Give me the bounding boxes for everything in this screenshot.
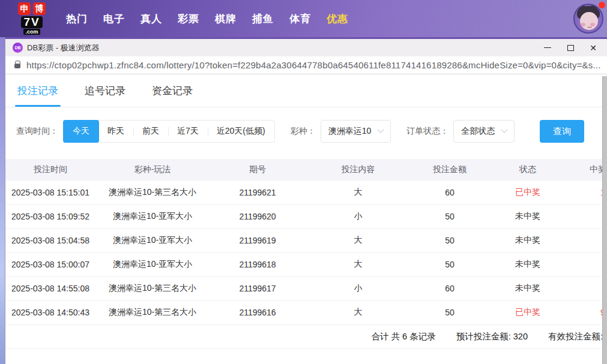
close-icon: ✕ xyxy=(590,44,597,52)
lottery-select-value: 澳洲幸运10 xyxy=(328,126,372,137)
summary-expected-amount: 预计投注金额: 320 xyxy=(456,331,528,342)
cell-bet-time: 2025-03-08 15:15:01 xyxy=(5,181,95,204)
browser-window: DB DB彩票 - 极速浏览器 ✕ https://ctop02pchwp1.z… xyxy=(5,37,607,364)
url-text: https://ctop02pchwp1.zfnc84.com/lottery/… xyxy=(26,60,601,70)
cell-issue-number: 21199621 xyxy=(210,181,306,204)
query-button[interactable]: 查询 xyxy=(540,120,584,143)
filter-bar: 查询时间： 今天昨天前天近7天近20天(低频) 彩种： 澳洲幸运10 订单状态：… xyxy=(16,120,603,143)
cell-game-play: 澳洲幸运10-第三名大小 xyxy=(95,300,210,324)
cell-status: 未中奖 xyxy=(489,276,567,300)
nav-item-8[interactable]: 优惠 xyxy=(327,12,348,26)
nav-item-6[interactable]: 捕鱼 xyxy=(252,12,274,26)
table-header-row: 投注时间彩种-玩法期号投注内容投注金额状态中奖金额 xyxy=(5,159,603,181)
table-row: 2025-03-08 14:50:43澳洲幸运10-第三名大小21199616大… xyxy=(5,300,603,324)
cell-bet-time: 2025-03-08 15:04:58 xyxy=(5,228,95,252)
desktop-background-strip xyxy=(0,37,5,364)
logo-suffix: .com xyxy=(23,29,40,35)
cell-game-play: 澳洲幸运10-第三名大小 xyxy=(95,276,210,300)
cell-game-play: 澳洲幸运10-亚军大小 xyxy=(95,252,210,276)
lottery-filter-label: 彩种： xyxy=(291,126,316,137)
cell-bet-amount: 60 xyxy=(411,181,489,204)
cell-status: 未中奖 xyxy=(489,252,567,276)
minimize-button[interactable] xyxy=(536,39,559,56)
avatar-blush-left xyxy=(581,23,585,26)
record-tabs: 投注记录追号记录资金记录 xyxy=(5,74,603,107)
maximize-button[interactable] xyxy=(559,39,582,56)
cell-bet-amount: 50 xyxy=(411,228,489,252)
page-content: 投注记录追号记录资金记录 查询时间： 今天昨天前天近7天近20天(低频) 彩种：… xyxy=(5,74,603,364)
close-button[interactable]: ✕ xyxy=(582,39,605,56)
time-option-3[interactable]: 前天 xyxy=(133,121,168,142)
nav-item-1[interactable]: 热门 xyxy=(66,12,88,26)
scrollbar[interactable] xyxy=(602,76,607,364)
order-status-select[interactable]: 全部状态 xyxy=(453,120,515,143)
logo-badge-bo: 博 xyxy=(33,2,46,15)
column-header-4: 投注内容 xyxy=(306,159,411,181)
cell-bet-content: 大 xyxy=(306,228,411,252)
cell-bet-amount: 50 xyxy=(411,204,489,228)
window-title: DB彩票 - 极速浏览器 xyxy=(27,43,100,53)
cell-win-amount xyxy=(567,204,603,228)
minimize-icon xyxy=(544,47,551,48)
bet-records-table: 投注时间彩种-玩法期号投注内容投注金额状态中奖金额 2025-03-08 15:… xyxy=(5,159,603,325)
cell-status: 未中奖 xyxy=(489,228,567,252)
lottery-select[interactable]: 澳洲幸运10 xyxy=(321,120,391,143)
status-filter-label: 订单状态： xyxy=(406,126,448,137)
cell-bet-content: 小 xyxy=(306,204,411,228)
summary-total: 合计 共 6 条记录 xyxy=(372,331,436,342)
main-nav: 热门电子真人彩票棋牌捕鱼体育优惠 xyxy=(66,12,364,26)
cell-win-amount xyxy=(567,276,603,300)
site-logo[interactable]: 申 博 7V .com xyxy=(12,2,52,35)
cell-win-amount: 1 xyxy=(567,181,603,204)
cell-bet-time: 2025-03-08 14:50:43 xyxy=(5,300,95,324)
column-header-1: 投注时间 xyxy=(5,159,95,181)
logo-main: 7V xyxy=(21,16,42,28)
cell-game-play: 澳洲幸运10-第三名大小 xyxy=(95,181,210,204)
maximize-icon xyxy=(567,45,574,51)
cell-bet-content: 小 xyxy=(306,276,411,300)
cell-status: 未中奖 xyxy=(489,204,567,228)
logo-badges: 申 博 xyxy=(18,2,46,15)
cell-bet-content: 大 xyxy=(306,300,411,324)
nav-item-3[interactable]: 真人 xyxy=(140,12,162,26)
time-option-1[interactable]: 今天 xyxy=(63,120,99,143)
cell-win-amount: 9 xyxy=(567,300,603,324)
column-header-2: 彩种-玩法 xyxy=(95,159,210,181)
user-avatar[interactable] xyxy=(573,4,603,34)
time-option-2[interactable]: 昨天 xyxy=(98,121,133,142)
cell-issue-number: 21199618 xyxy=(210,252,306,276)
tab-2[interactable]: 追号记录 xyxy=(85,74,125,107)
table-row: 2025-03-08 14:55:08澳洲幸运10-第三名大小21199617小… xyxy=(5,276,603,300)
column-header-3: 期号 xyxy=(210,159,306,181)
tab-1[interactable]: 投注记录 xyxy=(17,74,58,107)
browser-titlebar[interactable]: DB DB彩票 - 极速浏览器 ✕ xyxy=(5,39,607,56)
cell-issue-number: 21199616 xyxy=(210,300,306,324)
chevron-down-icon xyxy=(378,127,384,133)
nav-item-5[interactable]: 棋牌 xyxy=(215,12,237,26)
cell-issue-number: 21199620 xyxy=(210,204,306,228)
site-header: 申 博 7V .com 热门电子真人彩票棋牌捕鱼体育优惠 xyxy=(0,0,607,37)
cell-bet-amount: 60 xyxy=(411,276,489,300)
tab-3[interactable]: 资金记录 xyxy=(152,74,193,107)
cell-issue-number: 21199617 xyxy=(210,276,306,300)
time-option-4[interactable]: 近7天 xyxy=(168,121,208,142)
time-option-5[interactable]: 近20天(低频) xyxy=(208,121,274,142)
avatar-mouth xyxy=(587,25,592,28)
column-header-5: 投注金额 xyxy=(411,159,489,181)
nav-item-4[interactable]: 彩票 xyxy=(178,12,199,26)
cell-bet-content: 大 xyxy=(306,252,411,276)
time-filter-group: 今天昨天前天近7天近20天(低频) xyxy=(63,120,275,143)
column-header-6: 状态 xyxy=(489,159,567,181)
cell-win-amount xyxy=(567,228,603,252)
nav-item-2[interactable]: 电子 xyxy=(103,12,125,26)
table-row: 2025-03-08 15:09:52澳洲幸运10-亚军大小21199620小5… xyxy=(5,204,603,228)
cell-bet-time: 2025-03-08 15:09:52 xyxy=(5,204,95,228)
table-row: 2025-03-08 15:00:07澳洲幸运10-亚军大小21199618大5… xyxy=(5,252,603,276)
nav-item-7[interactable]: 体育 xyxy=(289,12,311,26)
order-status-value: 全部状态 xyxy=(461,126,495,137)
cell-game-play: 澳洲幸运10-亚军大小 xyxy=(95,228,210,252)
cell-bet-amount: 50 xyxy=(411,252,489,276)
cell-status: 已中奖 xyxy=(489,300,567,324)
avatar-hair-bun-right xyxy=(590,5,597,11)
url-bar[interactable]: https://ctop02pchwp1.zfnc84.com/lottery/… xyxy=(5,56,607,74)
